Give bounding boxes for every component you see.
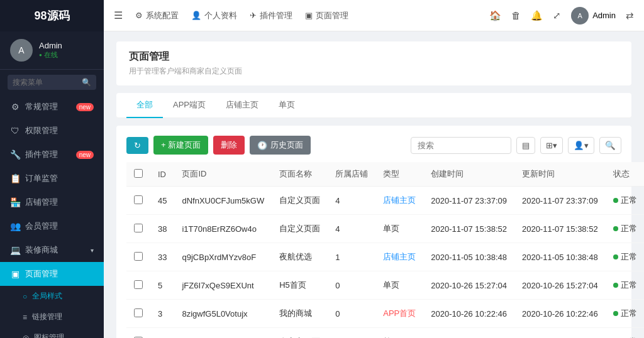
col-status: 状态 xyxy=(606,162,644,187)
topnav-avatar: A xyxy=(571,7,589,25)
cell-type: 店铺主页 xyxy=(375,243,423,271)
cell-status: 正常 xyxy=(606,215,644,243)
cell-status: 正常 xyxy=(606,328,644,339)
tab-store[interactable]: 店铺主页 xyxy=(216,93,269,118)
delete-button[interactable]: 删除 xyxy=(213,136,245,155)
select-all-checkbox[interactable] xyxy=(134,169,143,178)
page-subtitle: 用于管理客户端和商家自定义页面 xyxy=(129,66,619,77)
topnav-link-profile[interactable]: 👤 个人资料 xyxy=(191,10,237,21)
cell-page-id: i1T70n8ErRZ6Ow4o xyxy=(174,215,272,243)
view-list-button[interactable]: ▤ xyxy=(516,137,535,154)
sidebar-search-area: 🔍 xyxy=(0,70,104,95)
table-search-button[interactable]: 🔍 xyxy=(599,137,621,154)
sidebar-item-link[interactable]: ≡ 链接管理 xyxy=(0,307,104,327)
col-id: ID xyxy=(150,162,174,187)
table-toolbar: ↻ + 新建页面 删除 🕐 历史页面 ▤ ⊞▾ 👤▾ 🔍 xyxy=(126,136,621,155)
clock-icon: 🕐 xyxy=(257,141,267,150)
topnav-username: Admin xyxy=(592,11,616,20)
share-icon[interactable]: ⇄ xyxy=(626,10,634,21)
row-checkbox-1[interactable] xyxy=(134,224,143,232)
topnav-link-page[interactable]: ▣ 页面管理 xyxy=(305,10,348,21)
cell-name: 我的商城 xyxy=(272,300,328,328)
table-search-input[interactable] xyxy=(411,137,511,154)
row-checkbox-2[interactable] xyxy=(134,252,143,261)
link-icon: ≡ xyxy=(23,313,27,322)
tab-single[interactable]: 单页 xyxy=(269,93,305,118)
cell-updated: 2020-11-07 23:37:09 xyxy=(514,187,606,215)
topnav-link-system[interactable]: ⚙ 系统配置 xyxy=(135,10,179,21)
column-settings-button[interactable]: 👤▾ xyxy=(568,137,594,154)
status-text: 正常 xyxy=(621,251,637,263)
sidebar-item-deco[interactable]: 💻 装修商城 ▾ xyxy=(0,238,104,262)
plugin-icon: 🔧 xyxy=(10,150,20,160)
icon-icon: ◎ xyxy=(23,334,29,339)
cell-id: 3 xyxy=(150,300,174,328)
avatar: A xyxy=(10,39,33,62)
cell-id: 38 xyxy=(150,215,174,243)
sidebar-item-label: 店铺管理 xyxy=(25,197,58,208)
sidebar-item-regular[interactable]: ⚙ 常规管理 new xyxy=(0,95,104,119)
sidebar-item-style[interactable]: ○ 全局样式 xyxy=(0,286,104,307)
tab-bar: 全部 APP端页 店铺主页 单页 xyxy=(116,93,631,118)
topnav-right: 🏠 🗑 🔔 ⤢ A Admin ⇄ xyxy=(489,7,634,25)
cell-created: 2020-10-26 10:22:46 xyxy=(423,300,514,328)
sidebar-item-store[interactable]: 🏪 店铺管理 xyxy=(0,190,104,214)
page-icon: ▣ xyxy=(10,269,20,279)
status-dot xyxy=(613,226,618,231)
add-page-button[interactable]: + 新建页面 xyxy=(153,136,208,155)
status-text: 正常 xyxy=(621,223,637,234)
sidebar-item-label: 全局样式 xyxy=(32,291,62,302)
table-row: 2 31BdtOZ5XrRm4yCE 自定义页面 0 单页 2020-09-27… xyxy=(126,328,644,339)
top-navigation: ☰ ⚙ 系统配置 👤 个人资料 ✈ 插件管理 ▣ 页面管理 🏠 🗑 🔔 ⤢ xyxy=(104,0,644,31)
status-dot xyxy=(613,311,618,316)
status-dot xyxy=(613,254,618,259)
user-status: 在线 xyxy=(39,50,62,60)
sidebar-item-label: 常规管理 xyxy=(25,101,58,112)
cell-type: 店铺主页 xyxy=(375,187,423,215)
page-nav-icon: ▣ xyxy=(305,11,313,20)
sidebar-item-label: 页面管理 xyxy=(25,268,58,280)
sidebar-item-page[interactable]: ▣ 页面管理 xyxy=(0,262,104,286)
status-text: 正常 xyxy=(621,308,637,319)
history-button[interactable]: 🕐 历史页面 xyxy=(250,136,311,155)
home-icon[interactable]: 🏠 xyxy=(489,10,501,21)
cell-store: 0 xyxy=(328,300,375,328)
table-area: ↻ + 新建页面 删除 🕐 历史页面 ▤ ⊞▾ 👤▾ 🔍 xyxy=(116,126,631,338)
col-updated: 更新时间 xyxy=(514,162,606,187)
notification-icon[interactable]: 🔔 xyxy=(531,10,543,21)
status-dot xyxy=(613,198,618,203)
cell-name: H5首页 xyxy=(272,271,328,300)
topnav-user[interactable]: A Admin xyxy=(571,7,616,25)
fullscreen-icon[interactable]: ⤢ xyxy=(553,10,561,21)
table-row: 3 8zigwfG5L0Votujx 我的商城 0 APP首页 2020-10-… xyxy=(126,300,644,328)
toolbar-right: ▤ ⊞▾ 👤▾ 🔍 xyxy=(411,137,621,154)
topnav-link-plugin[interactable]: ✈ 插件管理 xyxy=(250,10,292,21)
row-checkbox-3[interactable] xyxy=(134,280,143,289)
sidebar-item-order[interactable]: 📋 订单监管 xyxy=(0,166,104,190)
trash-icon[interactable]: 🗑 xyxy=(511,10,521,21)
new-badge-plugin: new xyxy=(76,151,94,159)
row-checkbox-4[interactable] xyxy=(134,308,143,317)
menu-toggle-icon[interactable]: ☰ xyxy=(114,9,123,21)
sidebar-item-member[interactable]: 👥 会员管理 xyxy=(0,214,104,238)
status-text: 正常 xyxy=(621,280,637,291)
tab-all[interactable]: 全部 xyxy=(126,93,163,118)
sidebar-item-icon[interactable]: ◎ 图标管理 xyxy=(0,327,104,338)
row-checkbox-0[interactable] xyxy=(134,195,143,204)
tab-app[interactable]: APP端页 xyxy=(163,93,216,118)
deco-icon: 💻 xyxy=(10,245,20,255)
cell-store: 4 xyxy=(328,187,375,215)
cell-id: 2 xyxy=(150,328,174,339)
cell-updated: 2020-11-07 15:38:52 xyxy=(514,215,606,243)
status-dot xyxy=(613,283,618,288)
cell-updated: 2020-11-05 10:38:48 xyxy=(514,243,606,271)
refresh-button[interactable]: ↻ xyxy=(126,137,148,154)
sidebar-item-plugin[interactable]: 🔧 插件管理 new xyxy=(0,143,104,166)
view-grid-button[interactable]: ⊞▾ xyxy=(540,137,563,154)
cell-updated: 2020-09-27 20:56:16 xyxy=(514,328,606,339)
col-created: 创建时间 xyxy=(423,162,514,187)
cell-page-id: dNfnXU0CFJum5kGW xyxy=(174,187,272,215)
cell-page-id: 31BdtOZ5XrRm4yCE xyxy=(174,328,272,339)
sidebar-item-permission[interactable]: 🛡 权限管理 xyxy=(0,119,104,143)
user-icon: 👤 xyxy=(191,11,201,20)
